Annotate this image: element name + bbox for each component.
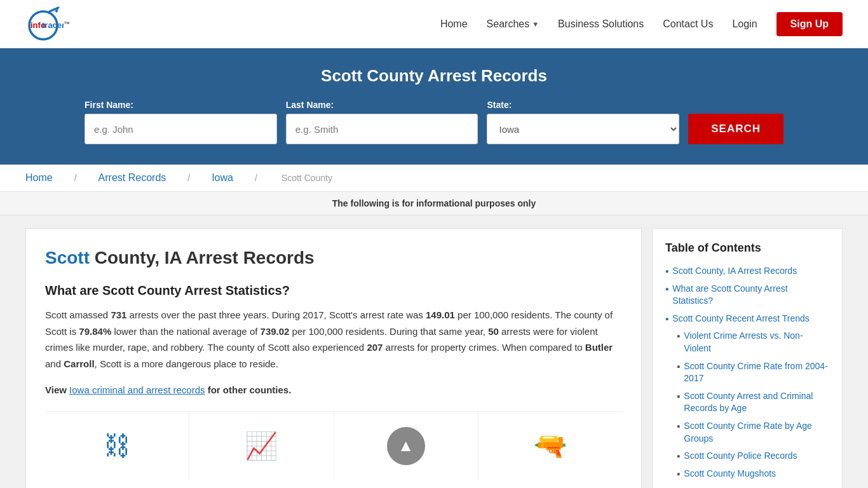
toc-sub-link[interactable]: Scott County Police Records [684,450,797,463]
search-button[interactable]: SEARCH [688,114,783,144]
toc-list: ▪Scott County, IA Arrest Records▪What ar… [665,265,829,480]
nav-business-solutions[interactable]: Business Solutions [558,18,644,30]
logo[interactable]: info tracer ™ [25,6,70,41]
toc-item: ▪What are Scott County Arrest Statistics… [665,283,829,308]
toc-sub-item: ▪Scott County Crime Rate from 2004-2017 [677,360,829,385]
toc-bullet: ▪ [665,266,668,276]
handcuffs-icon: ⛓ [104,431,130,461]
arrests-count: 731 [111,309,126,320]
nav-login[interactable]: Login [732,18,757,30]
toc-sub-bullet: ▪ [677,451,680,461]
toc-item: ▪Scott County, IA Arrest Records [665,265,829,278]
title-highlight: Scott [45,248,90,268]
state-select[interactable]: IowaAlabamaAlaskaArizonaArkansasCaliforn… [487,114,679,144]
breadcrumb-sep3: / [255,173,257,183]
nav-searches[interactable]: Searches ▼ [487,18,539,30]
breadcrumb-arrest-records[interactable]: Arrest Records [98,172,166,184]
last-name-label: Last Name: [286,100,478,110]
breadcrumb-iowa[interactable]: Iowa [212,172,233,184]
content-paragraph: Scott amassed 731 arrests over the past … [45,307,622,372]
state-group: State: IowaAlabamaAlaskaArizonaArkansasC… [487,100,679,144]
toc-sub-bullet: ▪ [677,468,680,479]
scroll-up-icon[interactable]: ▲ [387,427,425,465]
link-paragraph: View Iowa criminal and arrest records fo… [45,382,622,398]
toc-link[interactable]: Scott County, IA Arrest Records [672,265,797,278]
sidebar-toc: Table of Contents ▪Scott County, IA Arre… [652,228,843,488]
breadcrumb: Home / Arrest Records / Iowa / Scott Cou… [0,165,868,192]
toc-link[interactable]: Scott County Recent Arrest Trends [672,313,810,325]
toc-sub-link[interactable]: Violent Crime Arrests vs. Non-Violent [684,330,829,355]
main-nav: Home Searches ▼ Business Solutions Conta… [440,12,843,36]
main-layout: Scott County, IA Arrest Records What are… [0,215,868,488]
first-name-input[interactable] [85,114,277,144]
toc-sub-link[interactable]: Scott County Arrest and Criminal Records… [684,390,829,415]
iowa-records-link[interactable]: Iowa criminal and arrest records [69,384,205,395]
toc-sub-link[interactable]: Scott County Crime Rate from 2004-2017 [684,360,829,385]
title-rest: County, IA Arrest Records [90,248,315,268]
info-notice: The following is for informational purpo… [0,192,868,215]
icon-trend: 📈 [189,412,334,480]
property-count: 207 [367,342,383,353]
toc-bullet: ▪ [665,283,668,294]
arrest-rate: 149.01 [426,309,455,320]
last-name-input[interactable] [286,114,478,144]
link-prefix-text: View [45,384,69,395]
toc-sub-bullet: ▪ [677,391,680,402]
section-heading: What are Scott County Arrest Statistics? [45,283,622,298]
icon-badge: 🔫 [478,412,622,480]
nav-home[interactable]: Home [440,18,468,30]
last-name-group: Last Name: [286,100,478,144]
trend-icon: 📈 [245,430,278,461]
signup-button[interactable]: Sign Up [776,12,843,36]
toc-sub-bullet: ▪ [677,421,680,431]
toc-heading: Table of Contents [665,241,829,255]
toc-item: ▪Scott County Recent Arrest Trends [665,313,829,325]
breadcrumb-sep1: / [74,173,77,183]
search-form: First Name: Last Name: State: IowaAlabam… [85,100,783,144]
content-area: Scott County, IA Arrest Records What are… [25,228,642,488]
logo-icon: info tracer [25,6,64,41]
toc-sub-bullet: ▪ [677,330,680,341]
lower-pct: 79.84% [79,326,111,337]
toc-link[interactable]: What are Scott County Arrest Statistics? [672,283,829,308]
chevron-down-icon: ▼ [532,20,539,28]
toc-sub-link[interactable]: Scott County Mugshots [684,468,776,480]
first-name-label: First Name: [85,100,277,110]
state-label: State: [487,100,679,110]
breadcrumb-sep2: / [187,173,190,183]
site-header: info tracer ™ Home Searches ▼ Business S… [0,0,868,48]
breadcrumb-home[interactable]: Home [25,172,53,184]
breadcrumb-scott-county: Scott County [281,173,332,183]
toc-sub-item: ▪Scott County Crime Rate by Age Groups [677,420,829,445]
violent-count: 50 [488,326,499,337]
logo-tm: ™ [64,20,70,27]
compared-city2: Carroll [64,358,94,369]
nav-contact-us[interactable]: Contact Us [663,18,713,30]
toc-sub-link[interactable]: Scott County Crime Rate by Age Groups [684,420,829,445]
toc-sub-item: ▪Scott County Police Records [677,450,829,463]
toc-sub-bullet: ▪ [677,361,680,372]
toc-bullet: ▪ [665,313,668,324]
badge-icon: 🔫 [534,430,567,461]
icon-scroll-up: ▲ [334,412,478,480]
toc-sub-list: ▪Violent Crime Arrests vs. Non-Violent▪S… [665,330,829,480]
toc-sub-item: ▪Scott County Mugshots [677,468,829,480]
search-banner: Scott County Arrest Records First Name: … [0,48,868,165]
svg-text:tracer: tracer [42,20,64,30]
toc-sub-item: ▪Violent Crime Arrests vs. Non-Violent [677,330,829,355]
icon-handcuffs: ⛓ [45,412,189,480]
link-suffix-text: for other counties. [205,384,292,395]
banner-title: Scott County Arrest Records [25,66,843,86]
page-title: Scott County, IA Arrest Records [45,248,622,268]
national-avg: 739.02 [261,326,290,337]
compared-city1: Butler [585,342,613,353]
toc-sub-item: ▪Scott County Arrest and Criminal Record… [677,390,829,415]
first-name-group: First Name: [85,100,277,144]
icons-row: ⛓ 📈 ▲ 🔫 [45,411,622,480]
